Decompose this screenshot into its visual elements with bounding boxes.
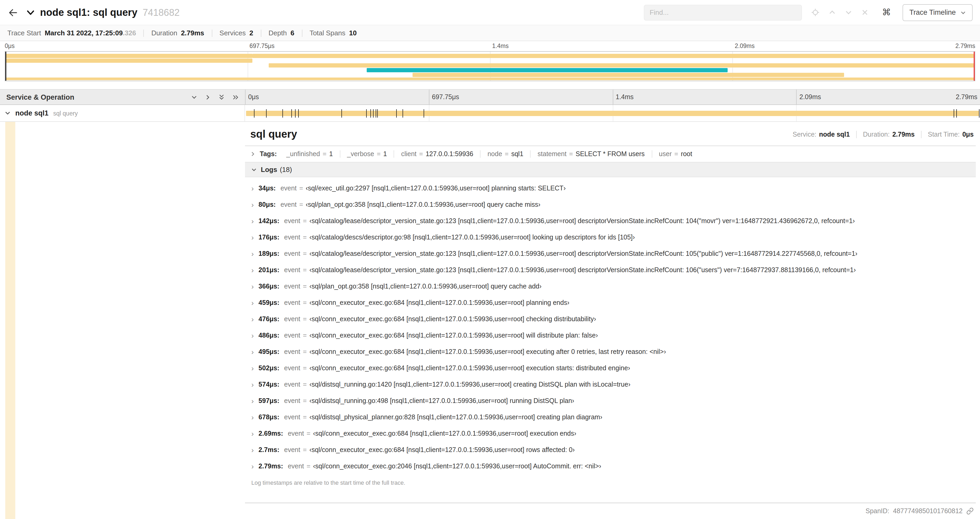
tag-item[interactable]: user=root — [651, 150, 699, 158]
tag-item[interactable]: node=sql1 — [480, 150, 530, 158]
collapse-one-chevron-down-icon[interactable] — [191, 94, 197, 101]
log-row[interactable]: ›142μs:event=‹sql/catalog/lease/descript… — [246, 213, 976, 230]
collapse-all-double-chevron-down-icon[interactable] — [218, 93, 225, 101]
log-field-value: ‹sql/distsql_running.go:498 [nsql1,clien… — [309, 397, 574, 404]
prev-result-chevron-up-icon[interactable] — [828, 8, 837, 17]
log-field-key: event — [284, 348, 300, 356]
span-log-marker[interactable] — [282, 109, 283, 118]
trace-timeline-dropdown[interactable]: Trace Timeline — [902, 4, 973, 21]
log-timestamp: 495μs: — [258, 348, 279, 356]
span-log-marker[interactable] — [298, 109, 299, 118]
chevron-down-icon[interactable] — [5, 110, 11, 116]
chevron-right-icon[interactable]: › — [251, 364, 254, 373]
meta-divider — [921, 131, 921, 138]
chevron-right-icon[interactable]: › — [251, 331, 254, 340]
log-row[interactable]: ›34μs:event=‹sql/exec_util.go:2297 [nsql… — [246, 180, 976, 197]
span-log-marker[interactable] — [377, 109, 378, 118]
chevron-right-icon[interactable]: › — [251, 282, 254, 291]
log-row[interactable]: ›678μs:event=‹sql/distsql_physical_plann… — [246, 409, 976, 426]
span-log-marker[interactable] — [373, 109, 374, 118]
span-log-marker[interactable] — [396, 109, 397, 118]
minimap-canvas[interactable] — [5, 51, 975, 81]
chevron-right-icon[interactable]: › — [251, 462, 254, 471]
span-log-marker[interactable] — [295, 109, 295, 118]
timeline-tick-label: 1.4ms — [616, 93, 633, 101]
log-row[interactable]: ›189μs:event=‹sql/catalog/lease/descript… — [246, 246, 976, 262]
span-tree-item[interactable]: node sql1 sql query — [0, 105, 245, 121]
chevron-right-icon[interactable]: › — [251, 200, 254, 209]
trace-title: node sql1: sql query — [40, 6, 137, 18]
span-log-marker[interactable] — [979, 109, 980, 118]
log-row[interactable]: ›366μs:event=‹sql/plan_opt.go:358 [nsql1… — [246, 278, 976, 295]
span-row[interactable]: node sql1 sql query — [0, 105, 980, 122]
chevron-right-icon[interactable]: › — [251, 315, 254, 324]
locate-icon[interactable] — [810, 7, 820, 18]
tags-row[interactable]: Tags: _unfinished=1_verbose=1client=127.… — [245, 146, 976, 162]
log-row[interactable]: ›495μs:event=‹sql/conn_executor_exec.go:… — [246, 344, 976, 360]
logs-header[interactable]: Logs (18) — [245, 162, 976, 177]
log-equals: = — [303, 332, 307, 339]
log-row[interactable]: ›2.69ms:event=‹sql/conn_executor_exec.go… — [246, 426, 976, 442]
log-row[interactable]: ›502μs:event=‹sql/conn_executor_exec.go:… — [246, 360, 976, 377]
log-row[interactable]: ›2.79ms:event=‹sql/conn_executor_exec.go… — [246, 458, 976, 475]
tag-item[interactable]: statement=SELECT * FROM users — [530, 150, 652, 158]
expand-all-double-chevron-right-icon[interactable] — [232, 94, 240, 101]
span-log-marker[interactable] — [956, 109, 957, 118]
link-icon[interactable] — [966, 508, 974, 515]
span-log-marker[interactable] — [954, 109, 954, 118]
tag-item[interactable]: client=127.0.0.1:59936 — [394, 150, 480, 158]
span-log-marker[interactable] — [254, 109, 255, 118]
tag-item[interactable]: _unfinished=1 — [280, 150, 340, 158]
log-row[interactable]: ›574μs:event=‹sql/distsql_running.go:142… — [246, 377, 976, 393]
keyboard-shortcuts-icon[interactable]: ⌘ — [879, 6, 894, 18]
log-equals: = — [299, 201, 303, 208]
log-field-value: ‹sql/conn_executor_exec.go:684 [nsql1,cl… — [309, 332, 598, 339]
log-field-key: event — [284, 446, 300, 454]
log-row[interactable]: ›597μs:event=‹sql/distsql_running.go:498… — [246, 393, 976, 409]
chevron-right-icon[interactable]: › — [251, 348, 254, 356]
log-fields: event=‹sql/conn_executor_exec.go:684 [ns… — [284, 364, 630, 373]
span-id-label: SpanID: — [865, 508, 889, 515]
chevron-right-icon[interactable]: › — [251, 446, 254, 455]
chevron-right-icon[interactable]: › — [251, 430, 254, 438]
span-duration-bar[interactable] — [246, 111, 979, 116]
back-button[interactable] — [5, 5, 20, 20]
chevron-right-icon[interactable]: › — [251, 413, 254, 422]
tag-item[interactable]: _verbose=1 — [340, 150, 394, 158]
log-row[interactable]: ›459μs:event=‹sql/conn_executor_exec.go:… — [246, 295, 976, 311]
chevron-right-icon[interactable]: › — [251, 299, 254, 308]
log-row[interactable]: ›486μs:event=‹sql/conn_executor_exec.go:… — [246, 327, 976, 344]
span-log-marker[interactable] — [291, 109, 292, 118]
trace-timeline-label: Trace Timeline — [909, 8, 956, 16]
span-log-marker[interactable] — [423, 109, 424, 118]
chevron-right-icon[interactable]: › — [251, 233, 254, 242]
chevron-right-icon[interactable]: › — [251, 397, 254, 406]
chevron-right-icon[interactable]: › — [251, 266, 254, 275]
chevron-right-icon[interactable]: › — [251, 380, 254, 389]
minimap-scrubber-left[interactable] — [5, 52, 6, 81]
span-log-marker[interactable] — [266, 109, 267, 118]
span-log-marker[interactable] — [375, 109, 376, 118]
find-input[interactable] — [644, 5, 802, 20]
log-row[interactable]: ›176μs:event=‹sql/catalog/descs/descript… — [246, 230, 976, 246]
expand-one-chevron-right-icon[interactable] — [204, 94, 211, 101]
minimap-scrubber-right[interactable] — [974, 52, 975, 81]
log-row[interactable]: ›201μs:event=‹sql/catalog/lease/descript… — [246, 262, 976, 278]
chevron-right-icon[interactable]: › — [251, 184, 254, 193]
next-result-chevron-down-icon[interactable] — [844, 8, 853, 17]
span-log-marker[interactable] — [402, 109, 403, 118]
span-operation-name: sql query — [53, 110, 78, 116]
log-equals: = — [307, 430, 310, 437]
log-row[interactable]: ›80μs:event=‹sql/plan_opt.go:358 [nsql1,… — [246, 197, 976, 213]
log-row[interactable]: ›476μs:event=‹sql/conn_executor_exec.go:… — [246, 311, 976, 327]
span-log-marker[interactable] — [366, 109, 366, 118]
chevron-right-icon[interactable]: › — [251, 217, 254, 226]
log-row[interactable]: ›2.7ms:event=‹sql/conn_executor_exec.go:… — [246, 442, 976, 458]
chevron-down-icon[interactable] — [26, 8, 35, 17]
span-log-marker[interactable] — [371, 109, 371, 118]
chevron-right-icon[interactable]: › — [251, 249, 254, 259]
clear-search-close-icon[interactable] — [861, 8, 869, 17]
summary-item: Duration2.79ms — [151, 29, 204, 37]
span-track[interactable] — [245, 105, 980, 121]
span-log-marker[interactable] — [341, 109, 342, 118]
